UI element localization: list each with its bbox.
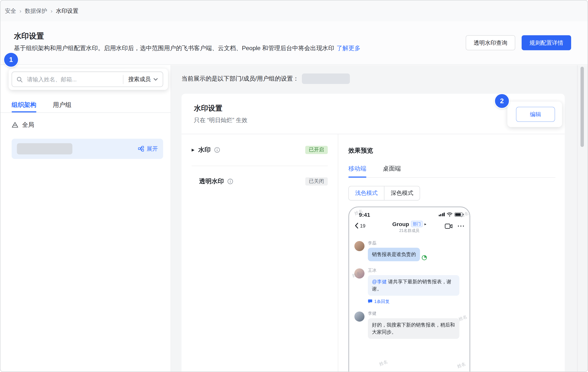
page-title: 水印设置 [14,31,44,41]
reply-icon [368,299,372,303]
phone-preview: 9:41 19 [348,207,470,372]
message-bubble: 销售报表是谁负责的 [368,248,420,261]
page-description-text: 基于组织架构和用户组配置水印。启用水印后，选中范围用户的飞书客户端、云文档、Pe… [14,45,334,51]
page-header: 水印设置 基于组织架构和用户组配置水印。启用水印后，选中范围用户的飞书客户端、云… [0,21,588,65]
search-input[interactable] [26,76,123,83]
breadcrumb: 安全 › 数据保护 › 水印设置 [0,0,588,21]
sidebar-tabs: 组织架构 用户组 [12,97,71,113]
header-actions: 透明水印查询 规则配置详情 [466,35,571,50]
breadcrumb-item-security[interactable]: 安全 [5,7,16,14]
phone-clock: 9:41 [359,211,370,218]
admin-console-window: 安全 › 数据保护 › 水印设置 水印设置 基于组织架构和用户组配置水印。启用水… [0,0,588,372]
search-icon [16,76,22,82]
dark-mode-button[interactable]: 深色模式 [384,186,420,200]
chat-message: 王冰 @李健 请共享下最新的销售报表，谢谢。 1条回复 [354,267,467,304]
info-icon[interactable] [214,147,220,153]
sidebar-tabs-divider [0,113,171,113]
phone-status-icons [439,212,463,216]
watermark-text: 姓名 [456,361,467,370]
more-icon: ··· [457,223,465,229]
expand-subtree-link[interactable]: 展开 [138,145,158,152]
read-status-icon [422,255,427,260]
light-mode-button[interactable]: 浅色模式 [349,186,384,200]
battery-icon [455,212,463,216]
search-scope-selector[interactable]: 搜索成员 [123,76,163,83]
group-name: Group [392,221,409,227]
sender-name: 李健 [368,311,459,316]
scrollbar [577,65,588,371]
tab-mobile[interactable]: 移动端 [348,160,366,177]
title-expand-icon: ▸ [425,222,426,226]
message-bubble: 好的，我搜索下新的销售报表，稍后和大家同步。 [368,318,459,339]
phone-back-control: 19 [354,222,366,229]
chevron-right-icon: › [51,8,53,14]
annotation-step-1-badge: 1 [4,53,18,67]
tab-org-structure[interactable]: 组织架构 [12,97,36,113]
watermark-settings-card: 水印设置 只在 “明日灿烂” 生效 2 编辑 ▶ 水印 [181,94,565,372]
back-chevron-icon [354,222,359,229]
redacted-department-name [17,143,73,155]
chevron-right-icon: › [19,8,21,14]
avatar [354,241,365,251]
wifi-icon [447,212,453,216]
breadcrumb-item-watermark: 水印设置 [56,7,78,14]
redacted-scope-name [302,73,350,84]
rule-config-detail-button[interactable]: 规则配置详情 [522,35,571,50]
avatar [354,268,365,278]
org-item-selected-department[interactable]: 展开 [12,139,163,159]
annotation-step-2-badge: 2 [495,94,509,108]
sender-name: 王冰 [368,267,459,273]
chevron-down-icon [153,78,158,81]
mention-link: @李健 [372,279,387,284]
tab-desktop[interactable]: 桌面端 [383,160,401,177]
setting-row-transparent-watermark: 透明水印 已关闭 [192,177,328,186]
watermark-text: 姓名 [378,359,388,367]
status-badge-on: 已开启 [305,146,328,154]
scrollbar-thumb[interactable] [580,67,584,147]
sender-name: 李磊 [368,240,427,246]
settings-column: ▶ 水印 已开启 透明水印 已关闭 [181,134,338,372]
chat-message: 李磊 销售报表是谁负责的 [354,240,467,261]
preview-tabs: 移动端 桌面端 [348,160,555,178]
message-bubble: @李健 请共享下最新的销售报表，谢谢。 [368,275,459,296]
unread-count: 19 [360,223,365,229]
annotation-highlight-edit: 编辑 [507,101,562,127]
video-call-icon [445,223,453,229]
phone-chat-title: Group 部门 ▸ 21名群成员 [372,221,447,234]
card-title: 水印设置 [194,103,222,113]
setting-row-watermark: ▶ 水印 已开启 [192,134,328,166]
chat-messages: 李磊 销售报表是谁负责的 [354,240,467,345]
preview-column: 效果预览 移动端 桌面端 浅色模式 深色模式 9:41 [338,134,565,372]
content: 1 搜索成员 组织架构 用户组 [0,65,588,371]
org-item-global[interactable]: 全局 [12,119,34,130]
status-badge-off: 已关闭 [305,177,328,186]
avatar [354,311,365,321]
org-sidebar: 1 搜索成员 组织架构 用户组 [0,65,171,371]
theme-mode-toggle: 浅色模式 深色模式 [348,186,420,200]
tab-user-groups[interactable]: 用户组 [53,97,72,113]
learn-more-link[interactable]: 了解更多 [337,45,361,51]
annotation-highlight-search: 搜索成员 [9,69,168,90]
signal-icon [439,213,445,216]
setting-label-transparent: 透明水印 [199,177,224,186]
setting-label-watermark: 水印 [198,146,211,154]
phone-status-bar: 9:41 [349,210,470,219]
expand-subtree-label: 展开 [147,145,158,152]
edit-button[interactable]: 编辑 [516,107,555,122]
chat-message: 李健 好的，我搜索下新的销售报表，稍后和大家同步。 [354,311,467,339]
card-columns: ▶ 水印 已开启 透明水印 已关闭 [181,134,565,372]
current-scope-label: 当前展示的是以下部门/成员/用户组的设置： [181,75,299,83]
transparent-watermark-query-button[interactable]: 透明水印查询 [466,35,515,50]
search-scope-label: 搜索成员 [128,76,151,83]
phone-chat-nav: 19 Group 部门 ▸ 21名群成员 [349,221,470,238]
info-icon[interactable] [227,178,233,184]
department-tag: 部门 [411,221,423,227]
org-item-global-label: 全局 [22,121,34,129]
main-panel: 当前展示的是以下部门/成员/用户组的设置： 水印设置 只在 “明日灿烂” 生效 … [171,65,577,371]
org-tree-icon [138,146,144,152]
phone-nav-actions: ··· [445,223,465,229]
current-scope-line: 当前展示的是以下部门/成员/用户组的设置： [181,73,350,84]
breadcrumb-item-data-protection[interactable]: 数据保护 [25,7,47,14]
collapse-triangle-icon[interactable]: ▶ [192,148,195,152]
global-org-icon [12,122,18,128]
